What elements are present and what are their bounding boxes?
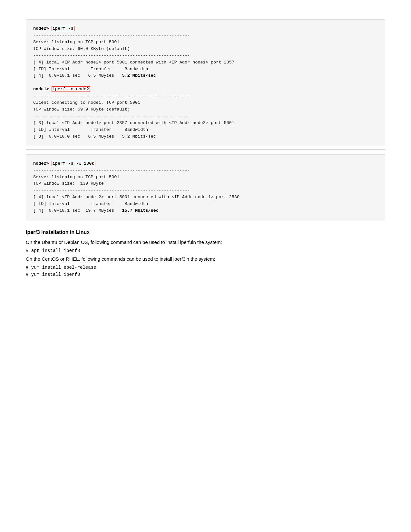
terminal2-line-sep2: ----------------------------------------… [33, 188, 190, 193]
prompt-node2-1: node2> [33, 26, 49, 31]
terminal-section-1a: node2> iperf -s ------------------------… [26, 19, 385, 146]
terminal2-line-sep1: ----------------------------------------… [33, 168, 190, 173]
terminal2-line-tcpwin: TCP window size: 130 KByte [33, 181, 104, 186]
terminal-line-sep1: ----------------------------------------… [33, 33, 190, 38]
terminal-line-result1: [ 4] 0.0-10.1 sec 6.5 MBytes 5.2 Mbits/s… [33, 73, 156, 78]
terminal-line-sep2: ----------------------------------------… [33, 53, 190, 58]
bold-result-2: 15.7 Mbits/sec [122, 208, 158, 213]
terminal-line-sep3: ----------------------------------------… [33, 93, 190, 98]
command-iperf-s-w: iperf -s -w 130k [52, 161, 95, 166]
prompt-node2-2: node2> [33, 161, 49, 166]
terminal-block-1: node2> iperf -s ------------------------… [26, 19, 385, 146]
terminal2-line-conn: [ 4] local <IP Addr node 2> port 5001 co… [33, 195, 240, 199]
code-yum-epel: # yum install epel-release [26, 265, 385, 270]
terminal-line-server: Server listening on TCP port 5001 [33, 40, 119, 44]
section-title: Iperf3 installation in Linux [26, 229, 385, 235]
prose-ubuntu: On the Ubantu or Debian OS, following co… [26, 238, 385, 246]
bold-result-1: 5.2 Mbits/sec [122, 73, 156, 78]
terminal-line-header1: [ ID] Interval Transfer Bandwidth [33, 67, 148, 72]
terminal-line-sep4: ----------------------------------------… [33, 114, 190, 119]
terminal2-line-server: Server listening on TCP port 5001 [33, 175, 119, 179]
terminal-line-conn2: [ 3] local <IP Addr node1> port 2357 con… [33, 121, 234, 125]
terminal2-line-header: [ ID] Interval Transfer Bandwidth [33, 201, 148, 206]
terminal-line-tcpwin2: TCP window size: 59.9 KByte (default) [33, 107, 130, 112]
code-apt-install: # apt install iperf3 [26, 248, 385, 253]
terminal2-line-result: [ 4] 0.0-10.1 sec 19.7 MBytes 15.7 Mbits… [33, 208, 159, 213]
code-yum-iperf3: # yum install iperf3 [26, 272, 385, 277]
terminal-line-result2: [ 3] 0.0-10.0 sec 6.5 MBytes 5.2 Mbits/s… [33, 134, 156, 139]
prompt-node1: node1> [33, 87, 49, 92]
terminal-line-client: Client connecting to node1, TCP port 500… [33, 100, 140, 105]
command-iperf-c-node2: iperf -c node2 [52, 86, 90, 92]
terminal-line-header2: [ ID] Interval Transfer Bandwidth [33, 127, 148, 132]
section-divider [26, 150, 385, 150]
command-iperf-s: iperf -s [52, 26, 74, 31]
terminal-section-2a: node2> iperf -s -w 130k ----------------… [26, 154, 385, 220]
terminal-line-conn1: [ 4] local <IP Addr node2> port 5001 con… [33, 60, 234, 65]
prose-centos: On the CentOS or RHEL, following command… [26, 255, 385, 263]
terminal-line-tcpwin: TCP window size: 60.0 KByte (default) [33, 46, 130, 51]
terminal-block-2: node2> iperf -s -w 130k ----------------… [26, 154, 385, 220]
